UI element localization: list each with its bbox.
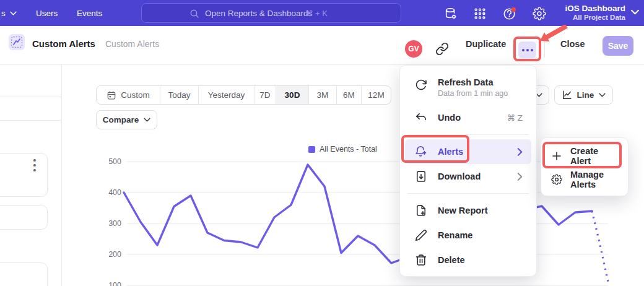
report-chart-icon — [9, 34, 25, 50]
nav-item-truncated[interactable]: s — [1, 9, 17, 18]
breadcrumb[interactable]: Custom Alerts — [105, 39, 159, 49]
kebab-menu-icon[interactable]: ••• — [31, 158, 38, 173]
share-link-icon[interactable] — [435, 42, 449, 56]
more-options-button[interactable] — [518, 41, 536, 58]
sidebar-row-divider — [0, 97, 61, 97]
menu-item-alerts[interactable]: Alerts — [405, 139, 531, 164]
range-3m[interactable]: 3M — [309, 86, 337, 104]
submenu-item-label: Manage Alerts — [570, 170, 618, 189]
compare-button[interactable]: Compare — [96, 110, 157, 129]
chevron-right-icon — [517, 173, 523, 181]
menu-item-refresh-data[interactable]: Refresh Data Data from 1 min ago — [405, 73, 531, 105]
menu-item-new-report[interactable]: New Report — [405, 198, 531, 223]
menu-item-label: Rename — [438, 230, 472, 240]
plus-icon — [551, 150, 562, 162]
chevron-down-icon — [631, 9, 639, 15]
sidebar-divider — [61, 65, 62, 286]
menu-item-rename[interactable]: Rename — [405, 223, 531, 248]
pencil-icon — [415, 229, 427, 241]
submenu-item-label: Create Alert — [570, 146, 618, 166]
download-icon — [415, 170, 427, 183]
menu-item-delete[interactable]: Delete — [405, 248, 531, 272]
nav-item-events[interactable]: Events — [77, 9, 102, 18]
menu-item-label: New Report — [438, 206, 488, 215]
chevron-down-icon — [10, 11, 17, 15]
menu-item-shortcut: ⌘ Z — [507, 113, 523, 123]
search-placeholder: Open Reports & Dashboards — [205, 9, 312, 18]
chart-type-button[interactable]: Line — [554, 85, 613, 105]
undo-icon — [415, 111, 427, 124]
gear-icon — [551, 174, 562, 185]
legend-label: All Events - Total — [320, 145, 377, 154]
sidebar-card[interactable] — [0, 205, 48, 230]
settings-icon[interactable] — [533, 7, 546, 20]
header-divider — [544, 40, 545, 58]
menu-item-label: Alerts — [438, 147, 463, 157]
trash-icon — [415, 254, 427, 266]
search-shortcut: ⌘ + K — [305, 9, 328, 18]
svg-text:100: 100 — [108, 281, 121, 286]
alerts-submenu: Create Alert Manage Alerts — [541, 137, 629, 196]
project-switcher[interactable]: iOS Dashboard All Project Data — [565, 4, 625, 21]
more-options-menu: Refresh Data Data from 1 min ago Undo ⌘ … — [399, 65, 537, 277]
range-12m[interactable]: 12M — [362, 86, 391, 104]
new-report-icon — [415, 204, 427, 217]
sidebar-row-divider — [0, 120, 61, 121]
svg-text:400: 400 — [108, 188, 121, 197]
duplicate-button[interactable]: Duplicate — [466, 39, 506, 49]
menu-item-label: Delete — [438, 255, 465, 265]
menu-divider — [407, 134, 529, 135]
range-6m[interactable]: 6M — [337, 86, 362, 104]
chevron-down-icon — [144, 118, 150, 122]
project-name: iOS Dashboard — [565, 4, 625, 13]
refresh-icon — [415, 79, 427, 91]
avatar[interactable]: GV — [405, 40, 422, 58]
menu-item-label: Undo — [438, 113, 461, 123]
help-icon[interactable] — [503, 7, 516, 20]
range-7d[interactable]: 7D — [255, 86, 276, 104]
range-today[interactable]: Today — [160, 86, 199, 104]
range-custom[interactable]: Custom — [97, 86, 160, 104]
svg-text:500: 500 — [108, 157, 121, 166]
range-30d-selected[interactable]: 30D — [276, 86, 309, 104]
chevron-right-icon — [517, 148, 523, 156]
svg-text:200: 200 — [108, 250, 121, 259]
sidebar-card[interactable] — [0, 153, 48, 197]
chart-legend: All Events - Total — [308, 145, 377, 154]
search-icon — [189, 9, 199, 19]
top-navbar: s Users Events Open Reports & Dashboards… — [0, 0, 644, 26]
notification-dot — [511, 7, 516, 12]
close-button[interactable]: Close — [560, 39, 585, 49]
chevron-down-icon — [599, 93, 606, 97]
svg-text:300: 300 — [108, 219, 121, 228]
report-header: Custom Alerts Custom Alerts GV Duplicate… — [0, 26, 644, 65]
page-title: Custom Alerts — [32, 38, 95, 49]
save-button[interactable]: Save — [603, 36, 633, 56]
global-search[interactable]: Open Reports & Dashboards ⌘ + K — [141, 3, 401, 23]
range-yesterday[interactable]: Yesterday — [199, 86, 255, 104]
submenu-item-manage-alerts[interactable]: Manage Alerts — [545, 168, 624, 191]
submenu-item-create-alert[interactable]: Create Alert — [545, 144, 624, 168]
menu-item-download[interactable]: Download — [405, 164, 531, 189]
date-range-selector: Custom Today Yesterday 7D 30D 3M 6M 12M — [96, 85, 391, 105]
calendar-icon — [107, 90, 116, 100]
menu-item-label: Download — [438, 171, 481, 181]
menu-item-undo[interactable]: Undo ⌘ Z — [405, 105, 531, 130]
line-chart-icon — [562, 90, 572, 100]
data-icon[interactable] — [444, 7, 458, 20]
legend-swatch — [308, 146, 315, 153]
menu-divider — [407, 193, 529, 194]
apps-grid-icon[interactable] — [473, 7, 487, 20]
menu-item-label: Refresh Data — [438, 77, 508, 87]
project-subtitle: All Project Data — [565, 14, 625, 21]
sidebar-card[interactable] — [0, 262, 48, 286]
alerts-bell-icon — [415, 145, 427, 158]
nav-item-users[interactable]: Users — [36, 9, 58, 18]
menu-item-subtitle: Data from 1 min ago — [438, 89, 508, 98]
